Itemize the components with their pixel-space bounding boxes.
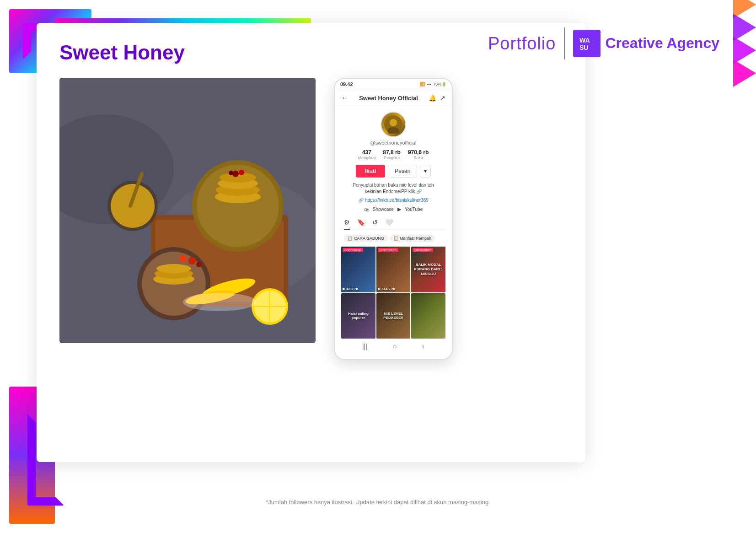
svg-point-36 [390,119,397,126]
stat-mengikuti: 437 Mengikuti [358,149,376,160]
username-label: @sweethoneyofficial [340,140,446,145]
nav-action-icons: 🔔 ↗ [429,94,445,102]
video-thumb-2[interactable]: Disematkan ▶ 344,2 rb [376,247,411,292]
svg-point-21 [229,171,233,175]
tab-like[interactable]: 🤍 [385,216,393,230]
video-label-1: Disematkan [343,248,363,252]
showcase-label: Showcase [373,207,394,212]
phone-status-bar: 09.42 📶 ▪▪▪ 75%🔋 [335,79,452,90]
food-image-container [59,78,316,343]
food-image [59,78,316,343]
chip-label-cara: CARA GABUNG [354,236,384,241]
video-text-4: Halal oaling populer [341,293,375,339]
follow-button[interactable]: Ikuti [356,165,386,178]
profile-tabs: ⚙ 🔖 ↺ 🤍 [340,216,446,230]
android-nav-back[interactable]: ‹ [422,343,424,350]
stat-label-mengikuti: Mengikuti [358,156,376,160]
brand-title: Sweet Honey [59,41,563,64]
bio-line1: Penyuplai bahan baku mie level dan teh [353,183,434,188]
shop-icon: 🛍 [364,207,369,212]
svg-point-19 [232,171,239,177]
phone-mockup: 09.42 📶 ▪▪▪ 75%🔋 ← Sweet Honey Official … [334,78,453,360]
stats-row: 437 Mengikuti 87,8 rb Pengikut 970,6 rb … [340,149,446,160]
video-grid: Disematkan ▶ 42,2 rb Disematkan ▶ 344,2 … [340,247,446,339]
video-views-1: ▶ 42,2 rb [343,287,358,291]
bio-text: Penyuplai bahan baku mie level dan teh k… [340,182,446,195]
bell-icon[interactable]: 🔔 [429,94,436,102]
logo-icon: WA SU [573,30,601,57]
header-divider [564,27,565,59]
android-nav-home[interactable]: ○ [393,343,397,350]
phone-nav-bar: ← Sweet Honey Official 🔔 ↗ [335,90,452,106]
video-thumb-4[interactable]: Halal oaling populer [341,293,375,339]
tab-grid[interactable]: ⚙ [344,216,350,230]
message-button[interactable]: Pesan [388,165,417,178]
bio-line2: kekinian Endorse/PP klik 🔗 [365,189,422,194]
header: Portfolio WA SU Creative Agency [488,27,719,59]
stat-num-suka: 970,6 rb [408,149,429,156]
showcase-youtube-row: 🛍 Showcase ▶ YouTube [340,206,446,212]
youtube-icon: ▶ [397,206,401,212]
disclaimer-text: *Jumlah followers hanya ilustrasi. Updat… [266,499,490,506]
more-button[interactable]: ▾ [420,165,431,178]
svg-point-33 [196,262,202,267]
video-thumb-1[interactable]: Disematkan ▶ 42,2 rb [341,247,375,292]
account-name-nav: Sweet Honey Official [359,95,418,102]
main-portfolio-card: Sweet Honey [37,23,585,462]
tab-retweet[interactable]: ↺ [372,216,378,230]
status-time: 09.42 [340,81,353,87]
svg-point-23 [111,184,155,228]
status-icons: 📶 ▪▪▪ 75%🔋 [420,82,446,86]
chip-label-manfaat: Manfaat Rempah [400,236,431,241]
video-thumb-5[interactable]: MIE LEVEL PEDASSS!! [376,293,411,339]
chip-manfaat[interactable]: 📋 Manfaat Rempah [390,235,435,242]
video-thumb-6[interactable] [411,293,445,339]
video-text-5: MIE LEVEL PEDASSS!! [376,293,411,339]
signal-icon: ▪▪▪ [427,82,431,86]
stat-label-pengikut: Pengikut [383,156,401,160]
android-nav-menu[interactable]: ||| [362,343,367,350]
back-icon[interactable]: ← [341,94,349,102]
footer-disclaimer: *Jumlah followers hanya ilustrasi. Updat… [0,499,756,506]
youtube-label: YouTube [405,207,423,212]
wifi-icon: 📶 [420,82,425,86]
agency-name: Creative Agency [605,35,719,51]
content-area: 09.42 📶 ▪▪▪ 75%🔋 ← Sweet Honey Official … [59,78,563,360]
video-text-3: BALIK MODAL KURANG DARI 1 MINGGU [411,247,445,292]
svg-text:SU: SU [579,44,588,51]
portfolio-label: Portfolio [488,34,556,54]
action-buttons: Ikuti Pesan ▾ [340,165,446,178]
chip-icon-manfaat: 📋 [393,236,398,241]
chip-cara-gabung[interactable]: 📋 CARA GABUNG [344,235,388,242]
stat-num-pengikut: 87,8 rb [383,149,401,156]
tab-bookmark[interactable]: 🔖 [357,216,365,230]
stat-suka: 970,6 rb Suka [408,149,429,160]
stat-num-mengikuti: 437 [358,149,376,156]
battery-icon: 75%🔋 [433,82,446,86]
video-views-2: ▶ 344,2 rb [378,287,395,291]
svg-point-20 [239,170,244,175]
phone-bottom-bar: ||| ○ ‹ [340,339,446,354]
chip-icon-cara: 📋 [348,236,353,241]
profile-section: @sweethoneyofficial 437 Mengikuti 87,8 r… [335,106,452,359]
share-icon[interactable]: ↗ [440,94,445,102]
stat-pengikut: 87,8 rb Pengikut [383,149,401,160]
avatar [381,112,406,137]
svg-point-12 [156,264,191,273]
video-thumb-3[interactable]: Disematkan BALIK MODAL KURANG DARI 1 MIN… [411,247,445,292]
svg-text:WA: WA [579,37,590,44]
brand-logo: WA SU Creative Agency [573,30,719,57]
svg-point-31 [188,257,196,264]
svg-point-34 [183,293,256,311]
stat-label-suka: Suka [408,156,429,160]
action-chips-row: 📋 CARA GABUNG 📋 Manfaat Rempah [340,233,446,244]
bio-link[interactable]: 🔗 https://linktr.ee/bisniskuliner369 [340,198,446,203]
video-label-2: Disematkan [378,248,398,252]
svg-point-32 [180,255,186,262]
